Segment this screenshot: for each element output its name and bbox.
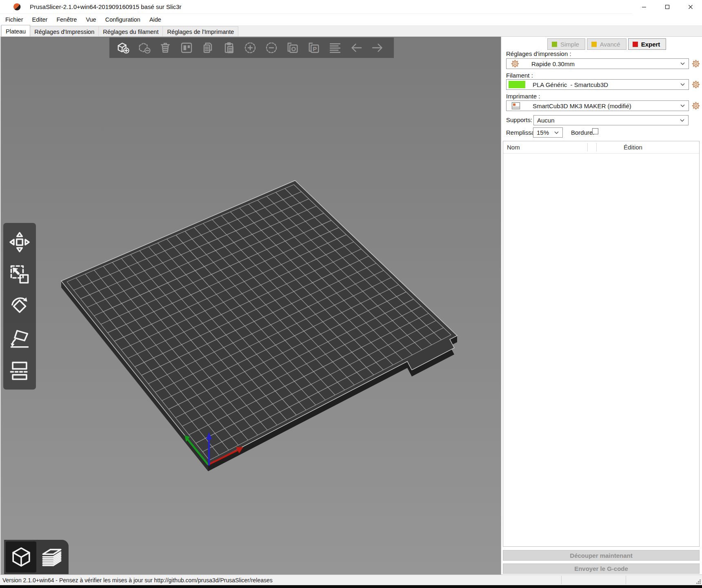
arrange-button[interactable] <box>179 40 194 56</box>
mode-advanced-button[interactable]: Avancé <box>587 38 626 50</box>
copy-button[interactable] <box>200 40 215 56</box>
print-profile-icon <box>511 59 520 68</box>
gear-icon <box>691 101 700 110</box>
gizmo-toolbar <box>3 223 36 390</box>
viewport-left-edge <box>0 37 1 575</box>
chevron-down-icon <box>680 105 685 107</box>
status-text: Version 2.1.0+win64 - Pensez à vérifier … <box>2 577 273 584</box>
status-divider <box>626 576 626 584</box>
filament-select[interactable]: PLA Généric - Smartcub3D <box>506 79 689 90</box>
gear-icon <box>691 59 700 68</box>
advanced-mode-icon <box>591 42 597 47</box>
bed-top-surface <box>61 180 457 465</box>
place-on-face-tool-button[interactable] <box>7 325 33 351</box>
menu-item-vue[interactable]: Vue <box>81 15 100 24</box>
move-tool-button[interactable] <box>7 229 33 255</box>
chevron-down-icon <box>680 83 685 86</box>
print-settings-label: Réglages d'impression : <box>506 50 571 57</box>
tab-reglages-impression[interactable]: Réglages d'Impression <box>30 26 99 36</box>
redo-button[interactable] <box>370 40 385 56</box>
expert-mode-icon <box>633 42 638 47</box>
viewport-3d[interactable]: O P <box>0 37 501 575</box>
print-bed <box>0 37 501 575</box>
split-to-parts-button[interactable]: P <box>306 40 322 56</box>
layers-preview-icon <box>40 545 64 569</box>
tab-reglages-imprimante[interactable]: Réglages de l'Imprimante <box>162 26 238 36</box>
mode-expert-button[interactable]: Expert <box>628 38 666 50</box>
remove-object-button[interactable] <box>136 40 152 56</box>
cut-tool-button[interactable] <box>7 357 33 383</box>
minimize-button[interactable] <box>632 0 655 14</box>
svg-text:O: O <box>291 45 296 52</box>
filament-gear-button[interactable] <box>691 80 700 89</box>
scale-tool-button[interactable] <box>7 261 33 287</box>
menu-item-editer[interactable]: Editer <box>28 15 52 24</box>
mode-switcher: Simple Avancé Expert <box>547 38 666 50</box>
column-header-nom: Nom <box>507 144 520 151</box>
chevron-down-icon <box>680 62 685 65</box>
filament-label: Filament : <box>506 72 533 79</box>
mode-simple-button[interactable]: Simple <box>547 38 585 50</box>
window-bottom-edge <box>0 585 702 588</box>
layers-editing-button[interactable] <box>327 40 343 56</box>
column-divider <box>587 143 588 151</box>
tab-reglages-filament[interactable]: Réglages du filament <box>98 26 163 36</box>
view-layers-button[interactable] <box>36 541 67 572</box>
chevron-down-icon <box>554 131 559 134</box>
paste-button[interactable] <box>221 40 237 56</box>
maximize-icon <box>665 4 670 9</box>
tab-bar: Plateau Réglages d'Impression Réglages d… <box>0 25 702 37</box>
print-settings-gear-button[interactable] <box>691 59 700 68</box>
print-settings-select[interactable]: Rapide 0.30mm <box>506 58 689 69</box>
main-content: O P <box>0 37 702 575</box>
menu-item-aide[interactable]: Aide <box>145 15 166 24</box>
brim-label: Bordure: <box>571 129 595 136</box>
brim-checkbox[interactable] <box>592 128 598 134</box>
supports-select[interactable]: Aucun <box>533 115 689 125</box>
printer-icon <box>511 102 520 110</box>
menu-item-fenetre[interactable]: Fenêtre <box>52 15 81 24</box>
status-bar: Version 2.1.0+win64 - Pensez à vérifier … <box>0 575 702 585</box>
infill-select[interactable]: 15% <box>533 127 563 138</box>
slice-now-button[interactable]: Découper maintenant <box>503 550 700 561</box>
window-controls <box>632 0 702 14</box>
simple-mode-icon <box>552 42 557 47</box>
column-header-edition: Édition <box>596 144 670 151</box>
printer-select[interactable]: SmartCub3D MK3 MAKER (modifié) <box>506 100 689 111</box>
split-to-objects-button[interactable]: O <box>285 40 300 56</box>
remove-instance-button[interactable] <box>264 40 279 56</box>
svg-text:P: P <box>313 45 317 52</box>
view-3d-button[interactable] <box>6 541 36 572</box>
printer-label: Imprimante : <box>506 93 540 100</box>
undo-button[interactable] <box>349 40 364 56</box>
window-title: PrusaSlicer-2.1.0+win64-201909160915 bas… <box>30 3 181 10</box>
printer-gear-button[interactable] <box>691 101 700 110</box>
object-list[interactable]: Nom Édition <box>503 141 700 547</box>
menu-item-configuration[interactable]: Configuration <box>101 15 145 24</box>
menu-bar: Fichier Editer Fenêtre Vue Configuration… <box>0 14 702 25</box>
app-logo-icon <box>13 3 21 11</box>
chevron-down-icon <box>680 119 684 122</box>
title-bar: PrusaSlicer-2.1.0+win64-201909160915 bas… <box>0 0 702 14</box>
gear-icon <box>691 80 700 89</box>
rotate-tool-button[interactable] <box>7 293 33 319</box>
maximize-button[interactable] <box>655 0 679 14</box>
object-toolbar: O P <box>109 38 394 58</box>
supports-label: Supports: <box>506 116 532 123</box>
object-list-header: Nom Édition <box>503 141 699 154</box>
menu-item-fichier[interactable]: Fichier <box>1 15 28 24</box>
close-icon <box>688 4 693 9</box>
view-mode-toggle <box>4 540 69 574</box>
send-gcode-button[interactable]: Envoyer le G-code <box>503 564 700 574</box>
tab-plateau[interactable]: Plateau <box>1 25 30 36</box>
settings-panel: Simple Avancé Expert Réglages d'impressi… <box>501 37 702 575</box>
filament-color-swatch <box>509 81 525 88</box>
resize-grip[interactable] <box>695 579 701 584</box>
status-divider <box>561 576 562 584</box>
view-3d-icon <box>9 545 33 569</box>
delete-all-button[interactable] <box>158 40 173 56</box>
minimize-icon <box>642 4 646 9</box>
close-button[interactable] <box>679 0 702 14</box>
add-object-button[interactable] <box>115 40 131 56</box>
add-instance-button[interactable] <box>242 40 258 56</box>
